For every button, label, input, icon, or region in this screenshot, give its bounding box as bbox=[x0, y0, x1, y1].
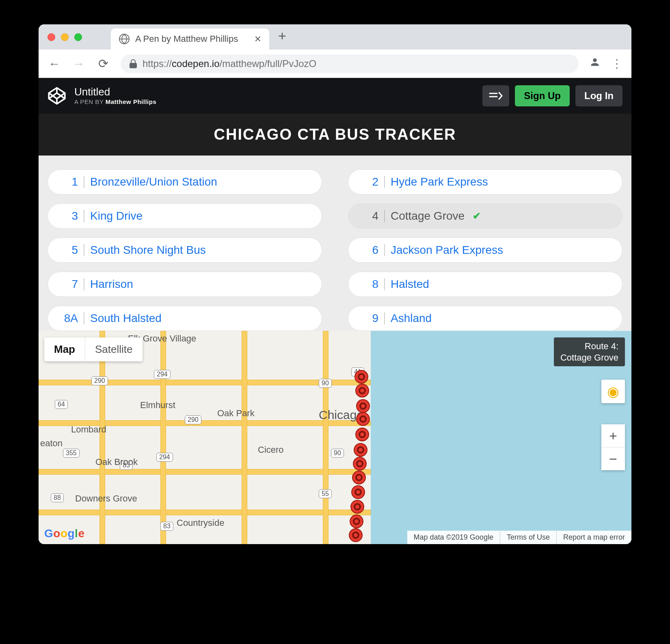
window-minimize-icon[interactable] bbox=[61, 33, 69, 41]
check-icon: ✔ bbox=[473, 210, 481, 222]
url-scheme: https:// bbox=[143, 58, 172, 69]
reload-button[interactable]: ⟳ bbox=[96, 56, 110, 71]
bus-marker[interactable] bbox=[353, 457, 367, 471]
browser-window: A Pen by Matthew Phillips × + ← → ⟳ http… bbox=[39, 24, 631, 544]
bus-marker[interactable] bbox=[356, 412, 370, 426]
map-label: Countryside bbox=[177, 518, 224, 528]
route-name: Cottage Grove bbox=[391, 210, 465, 223]
route-badge-line2: Cottage Grove bbox=[560, 352, 618, 363]
highway-shield: 290 bbox=[91, 376, 108, 385]
route-pill[interactable]: 8ASouth Halsted bbox=[48, 306, 322, 331]
profile-icon[interactable] bbox=[589, 56, 601, 71]
map-road bbox=[160, 331, 166, 544]
lock-icon bbox=[130, 59, 137, 68]
browser-menu-icon[interactable]: ⋮ bbox=[611, 57, 622, 70]
divider bbox=[384, 176, 385, 188]
route-badge-line1: Route 4: bbox=[560, 341, 618, 352]
route-pill[interactable]: 1Bronzeville/Union Station bbox=[48, 169, 322, 194]
map-terms-link[interactable]: Terms of Use bbox=[500, 531, 556, 544]
route-number: 4 bbox=[360, 210, 378, 223]
map-attribution: Map data ©2019 Google bbox=[407, 531, 500, 544]
route-pill[interactable]: 3King Drive bbox=[48, 203, 322, 229]
route-pill[interactable]: 8Halsted bbox=[348, 272, 622, 297]
bus-marker[interactable] bbox=[355, 428, 369, 441]
close-tab-icon[interactable]: × bbox=[255, 33, 261, 45]
divider bbox=[84, 210, 84, 222]
bus-marker[interactable] bbox=[351, 485, 365, 499]
route-pill[interactable]: 9Ashland bbox=[348, 306, 622, 331]
codepen-title-block: Untitled A PEN BY Matthew Phillips bbox=[74, 86, 156, 105]
divider bbox=[84, 176, 84, 188]
zoom-out-button[interactable]: − bbox=[601, 447, 625, 470]
back-button[interactable]: ← bbox=[48, 57, 61, 71]
codepen-logo-icon[interactable] bbox=[48, 86, 66, 105]
zoom-in-button[interactable]: + bbox=[601, 424, 625, 447]
highway-shield: 88 bbox=[51, 493, 64, 502]
bus-marker[interactable] bbox=[355, 384, 369, 398]
map-label: eaton bbox=[40, 438, 63, 449]
bus-marker[interactable] bbox=[349, 528, 363, 542]
map[interactable]: 290 294 90 41 64 355 83 294 88 290 83 55… bbox=[39, 331, 631, 544]
route-number: 7 bbox=[59, 278, 78, 291]
map-road bbox=[323, 331, 329, 544]
divider bbox=[384, 312, 385, 324]
route-pill[interactable]: 5South Shore Night Bus bbox=[48, 238, 322, 263]
window-zoom-icon[interactable] bbox=[74, 33, 82, 41]
login-button[interactable]: Log In bbox=[575, 85, 622, 106]
route-number: 8 bbox=[360, 278, 378, 291]
map-road bbox=[99, 331, 105, 544]
route-number: 8A bbox=[59, 312, 78, 325]
new-tab-button[interactable]: + bbox=[278, 28, 286, 44]
bus-marker[interactable] bbox=[352, 471, 366, 484]
route-number: 1 bbox=[59, 175, 78, 188]
highway-shield: 355 bbox=[63, 449, 80, 458]
signup-button[interactable]: Sign Up bbox=[515, 85, 570, 106]
window-titlebar: A Pen by Matthew Phillips × + bbox=[39, 24, 631, 50]
globe-icon bbox=[119, 34, 130, 44]
browser-toolbar: ← → ⟳ https://codepen.io/matthewp/full/P… bbox=[39, 50, 631, 78]
bus-marker[interactable] bbox=[350, 500, 364, 514]
bus-marker[interactable] bbox=[350, 514, 363, 528]
route-name: Halsted bbox=[391, 278, 429, 291]
pegman-button[interactable]: ◉ bbox=[601, 380, 625, 403]
window-close-icon[interactable] bbox=[48, 33, 55, 41]
highway-shield: 83 bbox=[160, 522, 173, 531]
bus-marker[interactable] bbox=[354, 370, 368, 384]
divider bbox=[384, 278, 385, 290]
map-label: Downers Grove bbox=[75, 493, 137, 504]
route-pill[interactable]: 6Jackson Park Express bbox=[348, 238, 622, 263]
route-badge: Route 4: Cottage Grove bbox=[554, 337, 625, 366]
route-pill[interactable]: 2Hyde Park Express bbox=[348, 169, 622, 194]
route-number: 6 bbox=[360, 244, 378, 257]
route-name: King Drive bbox=[90, 210, 143, 223]
divider bbox=[84, 244, 84, 256]
map-road bbox=[39, 510, 371, 515]
map-label: Elmhurst bbox=[140, 400, 175, 411]
map-report-link[interactable]: Report a map error bbox=[556, 531, 631, 544]
map-label: Oak Brook bbox=[95, 457, 138, 467]
pen-title: Untitled bbox=[74, 86, 156, 98]
highway-shield: 294 bbox=[154, 370, 171, 379]
codepen-header: Untitled A PEN BY Matthew Phillips Sign … bbox=[39, 78, 631, 114]
route-pill[interactable]: 4Cottage Grove✔ bbox=[348, 203, 622, 229]
map-type-satellite-button[interactable]: Satellite bbox=[85, 337, 143, 361]
route-name: Jackson Park Express bbox=[391, 244, 503, 257]
bus-marker[interactable] bbox=[356, 399, 370, 413]
view-switch-button[interactable] bbox=[482, 85, 509, 106]
route-pill[interactable]: 7Harrison bbox=[48, 272, 322, 297]
tab-title: A Pen by Matthew Phillips bbox=[135, 34, 238, 44]
route-number: 5 bbox=[59, 244, 78, 257]
app-title: CHICAGO CTA BUS TRACKER bbox=[39, 114, 631, 156]
pen-subtitle: A PEN BY Matthew Phillips bbox=[74, 98, 156, 105]
google-logo: Google bbox=[44, 527, 84, 540]
map-type-map-button[interactable]: Map bbox=[44, 337, 85, 361]
routes-grid: 1Bronzeville/Union Station2Hyde Park Exp… bbox=[48, 169, 622, 331]
address-bar[interactable]: https://codepen.io/matthewp/full/PvJozO bbox=[121, 54, 579, 73]
routes-section: 1Bronzeville/Union Station2Hyde Park Exp… bbox=[39, 156, 631, 331]
route-name: Hyde Park Express bbox=[391, 175, 488, 188]
map-road bbox=[242, 331, 247, 544]
bus-marker[interactable] bbox=[354, 443, 367, 457]
highway-shield: 55 bbox=[319, 489, 332, 498]
browser-tab[interactable]: A Pen by Matthew Phillips × bbox=[111, 28, 269, 50]
highway-shield: 90 bbox=[331, 449, 344, 458]
